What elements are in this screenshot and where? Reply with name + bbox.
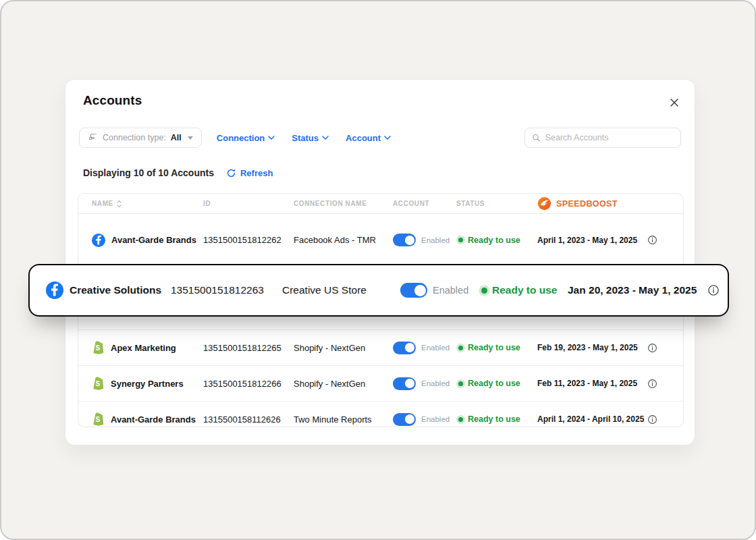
- enabled-toggle[interactable]: [400, 283, 427, 298]
- table-row[interactable]: S Synergy Partners 1351500151812266 Shop…: [78, 365, 683, 401]
- refresh-icon: [226, 168, 236, 178]
- account-id: 1351500151812262: [203, 235, 294, 245]
- facebook-icon: [92, 234, 105, 247]
- svg-text:S: S: [96, 380, 101, 387]
- table-row[interactable]: S Avant-Garde Brands 1315500158112626 Tw…: [78, 401, 683, 427]
- connection-dropdown[interactable]: Connection: [217, 133, 275, 143]
- account-dropdown[interactable]: Account: [346, 133, 391, 143]
- chevron-down-icon: [384, 136, 391, 140]
- column-header-status: STATUS: [456, 200, 537, 207]
- summary-row: Displaying 10 of 10 Accounts Refresh: [83, 167, 273, 178]
- enabled-label: Enabled: [433, 285, 468, 296]
- status-dropdown-label: Status: [292, 133, 319, 143]
- enabled-label: Enabled: [421, 344, 450, 352]
- column-header-name[interactable]: NAME: [92, 200, 203, 208]
- status-dot-icon: [458, 417, 463, 422]
- info-icon[interactable]: [707, 284, 720, 296]
- status-label: Ready to use: [468, 414, 520, 424]
- status-label: Ready to use: [468, 236, 520, 245]
- column-header-connection-name: CONNECTION NAME: [294, 200, 393, 207]
- speedboost-logo-icon: [537, 196, 551, 211]
- search-icon: [532, 133, 541, 142]
- account-id: 1351500151812266: [203, 379, 294, 389]
- enabled-toggle[interactable]: [393, 377, 416, 390]
- filter-bar: Connection type: All Connection Status A…: [79, 128, 391, 148]
- table-row[interactable]: Avant-Garde Brands 1351500151812262 Face…: [78, 214, 683, 266]
- accounts-modal: Accounts Connection type: All Connection: [65, 79, 695, 446]
- info-icon[interactable]: [647, 235, 657, 245]
- shopify-icon: S: [92, 377, 105, 390]
- chevron-down-icon: [268, 136, 275, 140]
- date-range: April 1, 2024 - April 10, 2025: [537, 414, 647, 424]
- status-dot-icon: [458, 346, 463, 350]
- status-label: Ready to use: [468, 379, 520, 388]
- info-icon[interactable]: [647, 414, 657, 425]
- status-dropdown[interactable]: Status: [292, 133, 329, 143]
- connection-dropdown-label: Connection: [217, 133, 265, 143]
- info-icon[interactable]: [647, 343, 657, 353]
- app-background: Accounts Connection type: All Connection: [0, 0, 756, 540]
- connection-name: Shopify - NextGen: [294, 343, 393, 353]
- enabled-label: Enabled: [421, 236, 450, 244]
- table-row[interactable]: S Apex Marketing 1351500151812265 Shopif…: [78, 329, 683, 365]
- status-label: Ready to use: [468, 343, 520, 352]
- speedboost-brand: SPEEDBOOST: [537, 196, 647, 211]
- facebook-icon: [46, 281, 63, 299]
- connection-type-label: Connection type:: [103, 133, 166, 142]
- search-input[interactable]: [545, 133, 674, 142]
- connection-name: Shopify - NextGen: [294, 379, 393, 389]
- enabled-toggle[interactable]: [393, 413, 416, 426]
- shopify-icon: S: [92, 341, 105, 354]
- svg-text:S: S: [96, 344, 101, 352]
- status-dot-icon: [458, 381, 463, 386]
- sort-icon: [116, 200, 122, 208]
- column-header-id: ID: [203, 200, 294, 207]
- status-dot-icon: [458, 238, 463, 242]
- date-range: Feb 11, 2023 - May 1, 2025: [537, 379, 647, 388]
- account-dropdown-label: Account: [346, 133, 381, 143]
- chevron-down-icon: [322, 136, 329, 140]
- highlighted-table-row[interactable]: Creative Solutions 1351500151812263 Crea…: [28, 264, 729, 317]
- close-icon[interactable]: [668, 96, 681, 109]
- date-range: April 1, 2023 - May 1, 2025: [537, 236, 647, 245]
- enabled-toggle[interactable]: [393, 342, 416, 354]
- enabled-label: Enabled: [421, 415, 450, 423]
- shopify-icon: S: [92, 412, 105, 426]
- account-id: 1351500151812265: [203, 343, 294, 353]
- refresh-button[interactable]: Refresh: [226, 168, 273, 178]
- status-dot-icon: [481, 288, 487, 294]
- connection-name: Two Minute Reports: [294, 414, 393, 425]
- column-header-account: ACCOUNT: [393, 200, 456, 207]
- account-name: Avant-Garde Brands: [111, 235, 196, 245]
- table-header: NAME ID CONNECTION NAME ACCOUNT STATUS S…: [78, 194, 683, 214]
- date-range: Jan 20, 2023 - May 1, 2025: [568, 284, 707, 296]
- account-name: Synergy Partners: [111, 379, 184, 389]
- search-accounts-box: [524, 128, 681, 148]
- connection-type-icon: [88, 132, 98, 144]
- connection-name: Creative US Store: [282, 284, 400, 296]
- speedboost-brand-name: SPEEDBOOST: [556, 199, 618, 209]
- account-name: Avant-Garde Brands: [111, 414, 196, 425]
- connection-type-value: All: [171, 133, 182, 142]
- account-id: 1315500158112626: [203, 414, 294, 425]
- account-name: Creative Solutions: [70, 284, 161, 296]
- status-label: Ready to use: [492, 284, 557, 296]
- svg-text:S: S: [96, 416, 101, 423]
- caret-down-icon: [188, 136, 193, 140]
- accounts-count-text: Displaying 10 of 10 Accounts: [83, 167, 214, 178]
- info-icon[interactable]: [647, 379, 657, 389]
- refresh-label: Refresh: [240, 168, 273, 178]
- connection-type-filter[interactable]: Connection type: All: [79, 128, 202, 148]
- filter-dropdowns: Connection Status Account: [217, 133, 391, 143]
- account-id: 1351500151812263: [171, 284, 282, 296]
- enabled-label: Enabled: [421, 379, 450, 387]
- date-range: Feb 19, 2023 - May 1, 2025: [537, 343, 647, 352]
- connection-name: Facebook Ads - TMR: [294, 235, 393, 245]
- account-name: Apex Marketing: [111, 343, 176, 353]
- page-title: Accounts: [83, 93, 142, 108]
- enabled-toggle[interactable]: [393, 234, 416, 246]
